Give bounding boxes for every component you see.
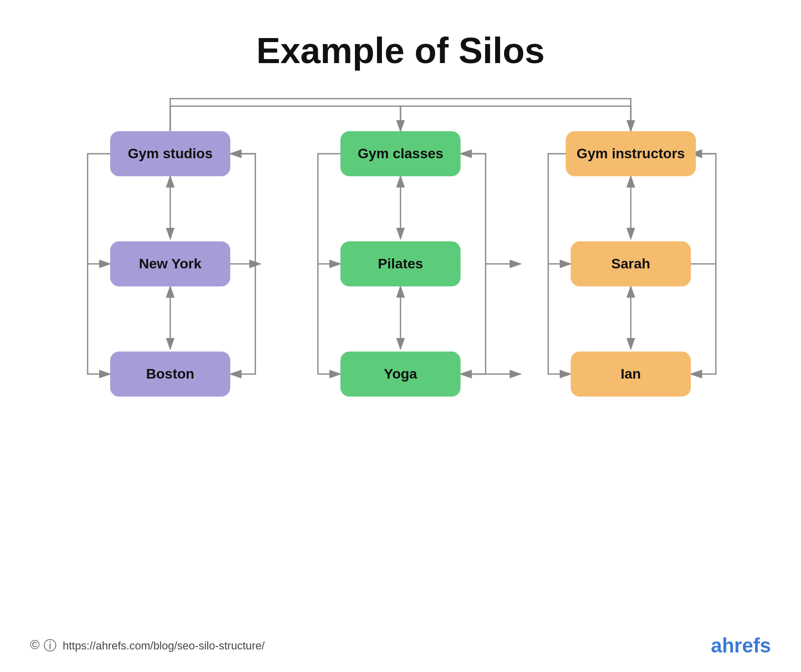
diagram-area: Gym studios New York Boston Gym classes …: [50, 91, 751, 542]
brand-logo: ahrefs: [711, 634, 771, 657]
node-new-york: New York: [110, 241, 230, 286]
footer: © ⓘ https://ahrefs.com/blog/seo-silo-str…: [0, 634, 801, 657]
node-gym-classes: Gym classes: [340, 131, 461, 176]
footer-url: https://ahrefs.com/blog/seo-silo-structu…: [63, 639, 265, 652]
node-boston: Boston: [110, 352, 230, 397]
node-ian: Ian: [571, 352, 691, 397]
cc-icon: ©: [30, 637, 40, 654]
brand-text-blue: hrefs: [722, 634, 771, 656]
license-icons: © ⓘ: [30, 637, 57, 654]
node-pilates: Pilates: [340, 241, 461, 286]
node-yoga: Yoga: [340, 352, 461, 397]
footer-left: © ⓘ https://ahrefs.com/blog/seo-silo-str…: [30, 637, 265, 654]
node-gym-instructors: Gym instructors: [566, 131, 696, 176]
node-sarah: Sarah: [571, 241, 691, 286]
page-title: Example of Silos: [0, 0, 801, 91]
brand-text-orange: a: [711, 634, 722, 656]
node-gym-studios: Gym studios: [110, 131, 230, 176]
info-icon: ⓘ: [44, 637, 57, 654]
